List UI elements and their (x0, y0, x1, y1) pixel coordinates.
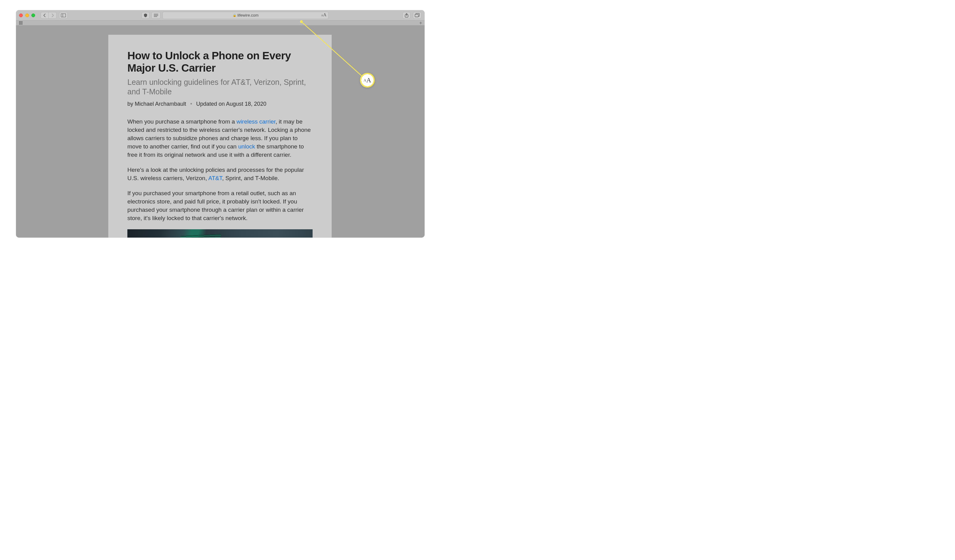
article-paragraph: Here's a look at the unlocking policies … (127, 166, 313, 183)
article-title: How to Unlock a Phone on Every Major U.S… (127, 50, 313, 74)
safari-window: 🔒 lifewire.com AA (16, 10, 424, 237)
toolbar-center: 🔒 lifewire.com AA (141, 12, 329, 19)
chevron-right-icon (51, 14, 54, 17)
reader-view-button[interactable] (151, 12, 161, 19)
article-paragraph: If you purchased your smartphone from a … (127, 189, 313, 223)
reader-article: How to Unlock a Phone on Every Major U.S… (108, 35, 332, 237)
close-window-button[interactable] (19, 14, 23, 17)
show-favorites-grid-button[interactable] (19, 21, 22, 25)
favorites-bar: + (16, 20, 424, 25)
fullscreen-window-button[interactable] (31, 14, 35, 17)
show-all-tabs-button[interactable] (413, 12, 421, 19)
minimize-window-button[interactable] (25, 14, 29, 17)
article-byline: by Michael Archambault • Updated on Augu… (127, 101, 313, 107)
privacy-report-button[interactable] (141, 12, 150, 19)
link-wireless-carrier[interactable]: wireless carrier (236, 119, 276, 125)
new-tab-button[interactable]: + (420, 20, 422, 26)
reader-lines-icon (153, 14, 158, 17)
tabs-icon (415, 13, 420, 17)
share-icon (405, 13, 409, 17)
annotation-anchor-dot (300, 20, 303, 23)
annotation-big-a: A (366, 76, 371, 84)
byline-prefix: by (127, 101, 135, 107)
back-button[interactable] (41, 12, 49, 19)
chevron-left-icon (43, 14, 46, 17)
sidebar-toggle-button[interactable] (59, 12, 68, 19)
svg-rect-6 (415, 14, 418, 17)
share-button[interactable] (402, 12, 410, 19)
annotation-small-a: A (364, 78, 366, 83)
page-viewport: How to Unlock a Phone on Every Major U.S… (16, 25, 424, 237)
toolbar: 🔒 lifewire.com AA (16, 10, 424, 20)
text-size-big-a: A (323, 12, 326, 17)
article-hero-image (127, 229, 313, 237)
annotation-magnifier: AA (360, 73, 375, 87)
byline-separator: • (190, 101, 192, 107)
shield-icon (143, 13, 148, 17)
window-controls (19, 14, 35, 17)
link-unlock[interactable]: unlock (238, 143, 255, 150)
link-att[interactable]: AT&T (208, 175, 222, 181)
article-author: Michael Archambault (135, 101, 186, 107)
lock-icon: 🔒 (233, 14, 236, 17)
forward-button[interactable] (49, 12, 56, 19)
updated-date: August 18, 2020 (226, 101, 266, 107)
nav-group (41, 12, 56, 19)
sidebar-icon (61, 14, 66, 17)
article-subtitle: Learn unlocking guidelines for AT&T, Ver… (127, 78, 313, 97)
text-size-button[interactable]: AA (321, 12, 326, 17)
address-bar[interactable]: 🔒 lifewire.com AA (163, 12, 329, 19)
svg-rect-0 (61, 14, 66, 17)
address-bar-domain: lifewire.com (238, 13, 259, 17)
article-paragraph: When you purchase a smartphone from a wi… (127, 118, 313, 159)
updated-prefix: Updated on (196, 101, 226, 107)
